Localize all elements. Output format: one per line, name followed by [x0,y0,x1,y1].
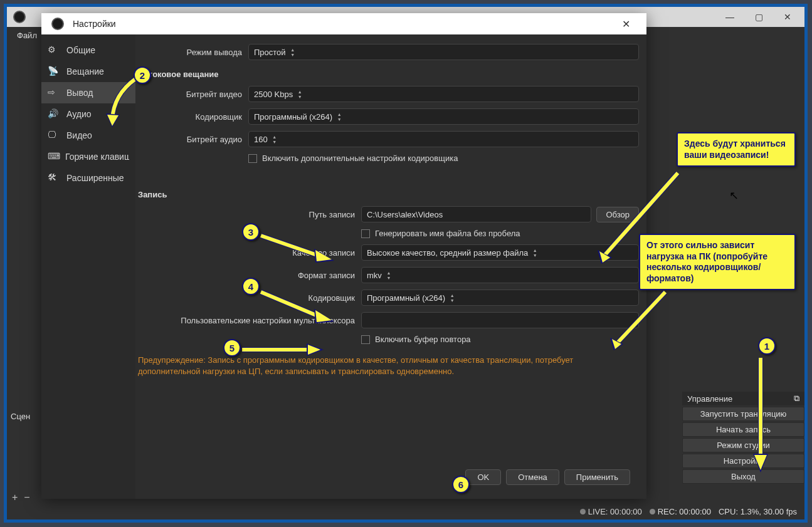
callout-storage: Здесь будут храниться ваши видеозаписи! [677,132,796,167]
mux-input[interactable] [361,312,639,328]
enable-adv-enc-checkbox[interactable] [248,154,257,163]
record-path-label: Путь записи [135,210,361,219]
output-mode-select[interactable]: Простой▲▼ [248,44,639,60]
speaker-icon: 🔊 [48,108,61,120]
svg-marker-1 [107,115,119,126]
sidebar-label: Горячие клавиши [65,152,129,162]
gear-icon: ⚙ [48,44,61,56]
cpu-status: CPU: 1.3%, 30.00 fps [719,507,797,516]
output-icon: ⇨ [48,87,61,98]
ok-button[interactable]: OK [465,469,501,485]
arrow-to-output [101,76,151,132]
svg-marker-7 [308,345,320,355]
output-mode-label: Режим вывода [135,48,248,57]
audio-bitrate-select[interactable]: 160▲▼ [248,131,639,147]
audio-bitrate-label: Битрейт аудио [135,135,248,144]
marker-4: 4 [242,278,260,295]
rec-quality-value: Высокое качество, средний размер файла [367,248,528,258]
svg-marker-5 [315,310,332,322]
record-path-input[interactable]: C:\Users\alex\Videos [361,206,591,222]
encoder-value: Программный (x264) [254,112,332,122]
marker-6: 6 [452,476,470,493]
rec-format-value: mkv [367,271,382,280]
antenna-icon: 📡 [48,66,61,77]
apply-button[interactable]: Применить [564,469,630,485]
enable-adv-enc-label: Включить дополнительные настройки кодиро… [262,154,458,163]
cursor-icon: ↖ [729,189,739,202]
minimize-button[interactable]: — [715,7,744,27]
sidebar-label: Аудио [66,109,92,119]
remove-scene-button[interactable]: − [24,492,29,503]
cancel-button[interactable]: Отмена [506,469,559,485]
marker-1: 1 [758,337,776,355]
sidebar-label: Вещание [66,66,104,76]
sidebar-item-hotkeys[interactable]: ⌨Горячие клавиши [41,146,135,167]
dialog-close-button[interactable]: ✕ [611,18,640,30]
add-scene-button[interactable]: + [12,492,18,503]
svg-marker-3 [315,250,332,261]
video-bitrate-value: 2500 Kbps [254,90,293,99]
obs-logo-icon [13,11,26,23]
tools-icon: 🛠 [48,172,61,184]
enable-replay-label: Включить буфер повтора [375,335,471,344]
arrow-4 [258,283,339,326]
collapse-icon[interactable]: ⧉ [794,394,799,404]
sidebar-label: Вывод [66,88,93,98]
rec-dot-icon [650,509,655,514]
sidebar-label: Общие [66,45,95,55]
sidebar-label: Расширенные [66,173,124,183]
close-main-button[interactable]: ✕ [773,7,802,27]
rec-encoder-select[interactable]: Программный (x264)▲▼ [361,290,639,306]
maximize-button[interactable]: ▢ [744,7,773,27]
live-dot-icon [580,509,586,514]
section-streaming-header: Потоковое вещание [135,63,639,83]
controls-header-label: Управление [687,394,732,404]
settings-content: Режим вывода Простой▲▼ Потоковое вещание… [135,34,646,499]
marker-3: 3 [242,223,260,241]
monitor-icon: 🖵 [48,130,61,141]
status-bar: LIVE: 00:00:00 REC: 00:00:00 CPU: 1.3%, … [7,503,804,519]
rec-encoder-value: Программный (x264) [367,293,445,303]
scenes-panel: Сцен [7,409,45,424]
keyboard-icon: ⌨ [48,151,60,162]
gen-name-label: Генерировать имя файла без пробела [375,229,520,238]
dialog-title: Настройки [73,19,116,29]
dialog-titlebar: Настройки ✕ [41,13,646,34]
gen-name-checkbox[interactable] [361,229,370,238]
warning-text: Предупреждение: Запись с программным код… [135,347,587,377]
rec-status: REC: 00:00:00 [658,507,711,516]
arrow-1 [742,355,779,474]
arrow-callout1 [596,170,684,264]
menu-file[interactable]: Файл [11,29,43,42]
arrow-5 [239,342,327,361]
svg-marker-9 [754,455,767,470]
sidebar-item-advanced[interactable]: 🛠Расширенные [41,167,135,189]
audio-bitrate-value: 160 [254,135,268,144]
arrow-3 [258,226,339,264]
live-status: LIVE: 00:00:00 [588,507,642,516]
arrow-callout2 [609,289,672,352]
section-recording-header: Запись [135,184,639,203]
enable-replay-checkbox[interactable] [361,335,370,344]
marker-5: 5 [223,339,241,357]
output-mode-value: Простой [254,48,286,57]
encoder-select[interactable]: Программный (x264)▲▼ [248,108,639,125]
obs-logo-icon [51,18,64,30]
sidebar-label: Видео [66,130,92,140]
video-bitrate-label: Битрейт видео [135,90,248,99]
rec-format-select[interactable]: mkv▲▼ [361,267,639,283]
encoder-label: Кодировщик [135,112,248,122]
marker-2: 2 [134,66,151,84]
sidebar-item-general[interactable]: ⚙Общие [41,39,135,61]
record-path-value: C:\Users\alex\Videos [367,210,443,219]
video-bitrate-input[interactable]: 2500 Kbps▲▼ [248,86,639,102]
